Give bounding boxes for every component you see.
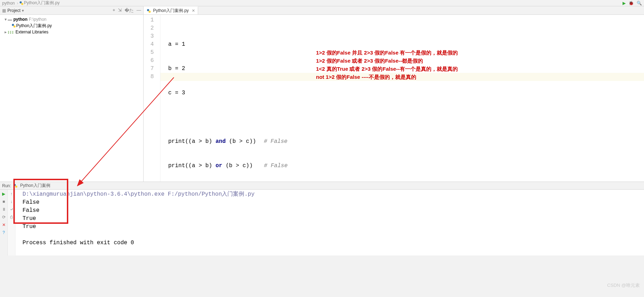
line-number: 7 bbox=[144, 65, 154, 73]
console-output-line: True bbox=[23, 215, 644, 223]
external-libraries-label: External Libraries bbox=[15, 30, 48, 34]
collapse-all-icon[interactable]: ⇲ bbox=[118, 7, 122, 14]
annotation-text: not 1>2 假的False ----不是假的，就是真的 bbox=[316, 73, 416, 81]
project-panel-title[interactable]: Project bbox=[7, 8, 20, 13]
hide-panel-icon[interactable]: ― bbox=[137, 7, 141, 14]
python-file-icon bbox=[146, 8, 151, 13]
python-file-icon bbox=[13, 183, 18, 188]
run-panel-header: Run: Python入门案例 bbox=[0, 182, 644, 190]
project-file-node[interactable]: Python入门案例.py bbox=[1, 23, 143, 29]
close-run-button[interactable]: ✕ bbox=[1, 222, 7, 228]
line-number: 2 bbox=[144, 24, 154, 32]
stop-button[interactable]: ■ bbox=[1, 199, 7, 204]
folder-icon: ▬ bbox=[8, 17, 12, 22]
restart-button[interactable]: ⟳ bbox=[1, 214, 7, 220]
code-line: c = 3 bbox=[168, 89, 644, 97]
editor-area: Python入门案例.py ✕ 1 2 3 4 5 6 7 8 a = 1 b … bbox=[144, 6, 644, 182]
console-command-line: D:\xiangmuruanjian\python-3.6.4\python.e… bbox=[23, 190, 644, 198]
python-file-icon bbox=[19, 1, 24, 6]
project-tool-window: ▦ Project ▾ ⌖ ⇲ �た ― ▾ ▬ python F:\pytho… bbox=[0, 6, 144, 182]
project-view-icon: ▦ bbox=[2, 8, 6, 13]
annotation-text: 1<2 真的True 或者 2>3 假的False--有一个是真的，就是真的 bbox=[316, 65, 458, 73]
down-icon[interactable]: ↓ bbox=[9, 199, 14, 204]
gear-icon[interactable]: �た bbox=[125, 7, 134, 14]
run-button-top[interactable]: ▶ bbox=[623, 1, 626, 6]
svg-point-7 bbox=[15, 185, 18, 188]
search-icon[interactable]: 🔍 bbox=[637, 1, 642, 6]
run-toolbar-secondary: ↑ ↓ ⤶ ⎙ bbox=[8, 190, 15, 255]
debug-button-top[interactable]: 🐞 bbox=[629, 1, 634, 6]
svg-point-6 bbox=[14, 184, 16, 186]
project-root-label: python bbox=[13, 17, 27, 22]
watermark-text: CSDN @唯元素 bbox=[607, 282, 640, 289]
svg-point-5 bbox=[149, 11, 151, 13]
rerun-button[interactable]: ▶ bbox=[1, 191, 7, 197]
code-editor[interactable]: 1 2 3 4 5 6 7 8 a = 1 b = 2 c = 3 print(… bbox=[144, 15, 644, 182]
editor-tab-label: Python入门案例.py bbox=[153, 8, 189, 14]
code-line: a = 1 bbox=[168, 40, 644, 49]
external-libraries-node[interactable]: ▸ ⫿⫿⫿ External Libraries bbox=[1, 29, 143, 35]
locate-icon[interactable]: ⌖ bbox=[113, 7, 115, 14]
dropdown-chevron-icon[interactable]: ▾ bbox=[22, 8, 24, 13]
run-tool-window: Run: Python入门案例 ▶ ■ ⏸ ⟳ ✕ ? ↑ ↓ ⤶ ⎙ D:\x… bbox=[0, 182, 644, 255]
line-number: 1 bbox=[144, 16, 154, 24]
run-config-name[interactable]: Python入门案例 bbox=[20, 183, 50, 189]
code-line: print((a > b) or (b > c))# False bbox=[168, 162, 644, 170]
pause-button[interactable]: ⏸ bbox=[1, 207, 7, 212]
svg-point-1 bbox=[21, 3, 23, 5]
print-icon[interactable]: ⎙ bbox=[9, 214, 14, 220]
up-icon[interactable]: ↑ bbox=[9, 191, 14, 197]
editor-tab-bar: Python入门案例.py ✕ bbox=[144, 6, 644, 15]
annotation-text: 1>2 假的False 并且 2>3 假的False 有一个是假的，就是假的 bbox=[316, 49, 458, 57]
line-number: 5 bbox=[144, 49, 154, 57]
library-icon: ⫿⫿⫿ bbox=[8, 30, 14, 34]
code-line bbox=[168, 113, 644, 121]
line-number-gutter: 1 2 3 4 5 6 7 8 bbox=[144, 15, 160, 182]
editor-tab-active[interactable]: Python入门案例.py ✕ bbox=[144, 6, 198, 14]
svg-point-3 bbox=[13, 25, 15, 27]
run-console[interactable]: D:\xiangmuruanjian\python-3.6.4\python.e… bbox=[15, 190, 644, 255]
chevron-right-icon: › bbox=[17, 1, 18, 6]
line-number: 3 bbox=[144, 32, 154, 40]
breadcrumb-file[interactable]: Python入门案例.py bbox=[24, 0, 59, 6]
run-header-label: Run: bbox=[2, 183, 11, 188]
project-root-path: F:\python bbox=[29, 17, 46, 22]
python-file-icon bbox=[11, 23, 16, 28]
project-tree[interactable]: ▾ ▬ python F:\python Python入门案例.py ▸ ⫿⫿⫿… bbox=[0, 15, 143, 182]
console-output-line: False bbox=[23, 207, 644, 215]
console-exit-line: Process finished with exit code 0 bbox=[23, 239, 644, 247]
project-file-label: Python入门案例.py bbox=[16, 23, 52, 29]
breadcrumb-root[interactable]: python bbox=[2, 1, 15, 6]
expand-chevron-icon[interactable]: ▾ bbox=[4, 17, 8, 22]
svg-point-2 bbox=[12, 24, 14, 26]
line-number: 6 bbox=[144, 57, 154, 65]
soft-wrap-icon[interactable]: ⤶ bbox=[9, 207, 14, 212]
console-output-line: False bbox=[23, 198, 644, 207]
close-tab-icon[interactable]: ✕ bbox=[192, 8, 195, 13]
help-button[interactable]: ? bbox=[1, 230, 7, 235]
svg-point-4 bbox=[147, 9, 149, 11]
project-panel-header: ▦ Project ▾ ⌖ ⇲ �た ― bbox=[0, 6, 143, 15]
line-number: 4 bbox=[144, 40, 154, 49]
line-number: 8 bbox=[144, 73, 154, 81]
svg-point-0 bbox=[20, 1, 22, 3]
console-output-line: True bbox=[23, 223, 644, 231]
code-content[interactable]: a = 1 b = 2 c = 3 print((a > b) and (b >… bbox=[160, 15, 644, 182]
run-toolbar: ▶ ■ ⏸ ⟳ ✕ ? bbox=[0, 190, 8, 255]
code-line: print((a > b) and (b > c))# False bbox=[168, 138, 644, 146]
annotation-text: 1>2 假的False 或者 2>3 假的False--都是假的 bbox=[316, 57, 423, 65]
project-root-node[interactable]: ▾ ▬ python F:\python bbox=[1, 16, 143, 23]
expand-chevron-icon[interactable]: ▸ bbox=[4, 30, 8, 34]
breadcrumb-bar: python › Python入门案例.py ▶ 🐞 🔍 bbox=[0, 0, 644, 6]
